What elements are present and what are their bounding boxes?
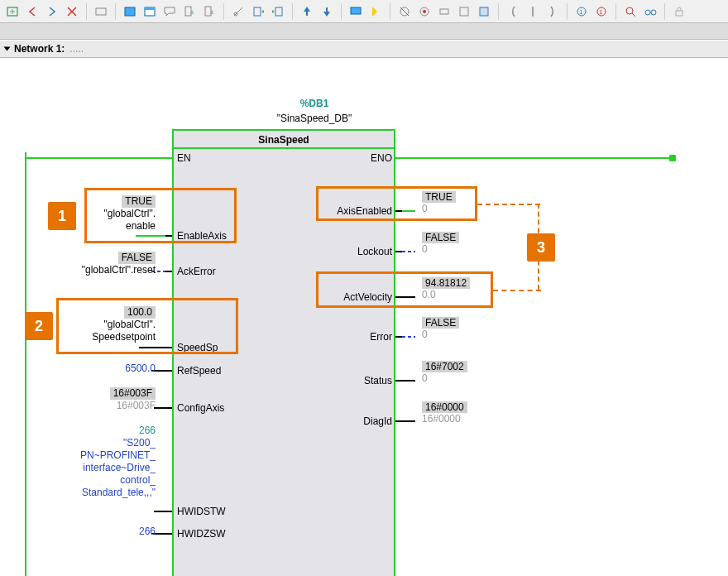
live-value: 100.0 bbox=[124, 306, 156, 319]
toolbar-btn-reset[interactable] bbox=[415, 2, 433, 21]
toolbar-btn-insert-network[interactable] bbox=[3, 2, 22, 21]
svg-line-30 bbox=[632, 13, 635, 17]
toolbar-btn-prev[interactable] bbox=[23, 2, 41, 21]
pin-stub bbox=[165, 370, 172, 372]
callout-number-1: 1 bbox=[48, 202, 76, 230]
toolbar-btn-set[interactable] bbox=[435, 2, 453, 21]
toolbar-btn-coil[interactable] bbox=[395, 2, 414, 21]
live-value: FALSE bbox=[422, 317, 459, 329]
toolbar-separator bbox=[292, 3, 293, 20]
toolbar-separator bbox=[86, 3, 87, 20]
toolbar-btn-undo[interactable] bbox=[249, 2, 267, 21]
val-diag-id[interactable]: 16#0000 16#0000 bbox=[422, 401, 467, 425]
val-ref-speed[interactable]: 6500.0 bbox=[91, 362, 156, 375]
pin-status: Status bbox=[359, 375, 392, 386]
collapse-triangle-icon[interactable] bbox=[4, 47, 11, 51]
toolbar-btn-find-next[interactable] bbox=[318, 2, 336, 21]
pin-config-axis: ConfigAxis bbox=[177, 402, 224, 414]
toolbar-btn-bracket-open[interactable] bbox=[504, 2, 522, 21]
wire-speed-sp bbox=[139, 347, 165, 348]
pin-stub bbox=[165, 407, 172, 409]
toolbar-separator bbox=[498, 3, 499, 20]
src-line1: "globalCtrl". bbox=[103, 208, 156, 219]
pin-hwidzsw: HWIDZSW bbox=[177, 528, 226, 540]
toolbar-btn-lock[interactable] bbox=[670, 2, 688, 21]
pin-stub bbox=[395, 251, 402, 252]
callout-number-3: 3 bbox=[527, 233, 555, 262]
blue-l1: "S200_ bbox=[123, 437, 156, 449]
blue-l2: PN~PROFINET_ bbox=[80, 449, 156, 461]
pin-error: Error bbox=[364, 331, 392, 343]
live-value: FALSE bbox=[422, 232, 459, 243]
val-error[interactable]: FALSE 0 bbox=[422, 317, 459, 340]
wire-diag-id bbox=[402, 420, 415, 422]
toolbar-btn-bookmark-add[interactable]: ± bbox=[180, 2, 199, 21]
toolbar-btn-view[interactable] bbox=[141, 2, 159, 21]
toolbar-btn-find-prev[interactable] bbox=[298, 2, 316, 21]
pin-en: EN bbox=[177, 152, 191, 164]
src-blue: 6500.0 bbox=[125, 362, 156, 374]
val-status[interactable]: 16#7002 0 bbox=[422, 361, 467, 384]
toolbar-btn-db[interactable] bbox=[475, 2, 493, 21]
toolbar-btn-redo[interactable] bbox=[269, 2, 287, 21]
pin-stub bbox=[395, 380, 402, 382]
wire-error bbox=[402, 336, 415, 338]
toolbar-btn-compare[interactable] bbox=[455, 2, 473, 21]
toolbar-btn-bookmark-next[interactable]: ± bbox=[200, 2, 218, 21]
gray-value: 16#003F bbox=[117, 400, 156, 411]
toolbar-btn-delete[interactable] bbox=[63, 2, 81, 21]
val-ack-error[interactable]: FALSE "globalCtrl".reset bbox=[33, 252, 156, 276]
live-value: TRUE bbox=[122, 195, 156, 208]
toolbar-separator bbox=[567, 3, 568, 20]
wire-axis-enabled bbox=[402, 210, 415, 212]
toolbar-btn-bracket-close[interactable] bbox=[544, 2, 562, 21]
svg-rect-15 bbox=[351, 7, 361, 14]
svg-marker-16 bbox=[372, 7, 377, 17]
toolbar-btn-next[interactable] bbox=[43, 2, 61, 21]
toolbar-separator bbox=[664, 3, 665, 20]
val-hwidstw[interactable]: 266 "S200_ PN~PROFINET_ interface~Drive_… bbox=[50, 425, 156, 499]
toolbar-btn-goto[interactable] bbox=[366, 2, 385, 21]
callout-connector-3h1 bbox=[477, 204, 540, 205]
pin-ref-speed: RefSpeed bbox=[177, 365, 221, 377]
val-lockout[interactable]: FALSE 0 bbox=[422, 232, 459, 255]
svg-text:1: 1 bbox=[579, 8, 583, 16]
network-header[interactable]: Network 1: ..... bbox=[0, 40, 728, 58]
toolbar-separator bbox=[390, 3, 390, 20]
val-hwidzsw[interactable]: 266 bbox=[116, 526, 156, 538]
toolbar-btn-cut[interactable] bbox=[229, 2, 247, 21]
svg-rect-22 bbox=[460, 7, 468, 16]
ladder-canvas: %DB1 "SinaSpeed_DB" SinaSpeed EN ENO Ena… bbox=[0, 58, 728, 576]
toolbar-btn-tag-reset[interactable]: 1 bbox=[592, 2, 611, 21]
wire-en-in bbox=[25, 157, 172, 159]
val-act-velocity[interactable]: 94.81812 0.0 bbox=[422, 277, 470, 300]
callout-connector-3h2 bbox=[493, 290, 541, 291]
svg-rect-14 bbox=[275, 7, 282, 16]
toolbar-btn-glasses[interactable] bbox=[641, 2, 659, 21]
val-config-axis[interactable]: 16#003F 16#003F bbox=[83, 387, 156, 412]
toolbar-btn-comment[interactable] bbox=[160, 2, 179, 21]
svg-text:1: 1 bbox=[599, 8, 603, 16]
toolbar-btn-search[interactable] bbox=[621, 2, 639, 21]
pin-stub bbox=[395, 336, 402, 338]
pin-enable-axis: EnableAxis bbox=[177, 230, 227, 242]
toolbar-btn-table[interactable] bbox=[121, 2, 139, 21]
val-axis-enabled[interactable]: TRUE 0 bbox=[422, 191, 456, 214]
pin-eno: ENO bbox=[371, 152, 392, 164]
toolbar-btn-bracket-mid[interactable] bbox=[524, 2, 542, 21]
val-speed-sp[interactable]: 100.0 "globalCtrl". Speedsetpoint bbox=[50, 306, 156, 343]
fb-title: SinaSpeed bbox=[174, 131, 394, 149]
pin-stub bbox=[165, 271, 172, 272]
toolbar-btn-tag-set[interactable]: 1 bbox=[572, 2, 591, 21]
blue-l3: interface~Drive_ bbox=[83, 462, 156, 473]
pin-speed-sp: SpeedSp bbox=[177, 342, 218, 353]
toolbar-btn-monitor[interactable] bbox=[347, 2, 365, 21]
toolbar-btn-toggle[interactable] bbox=[92, 2, 110, 21]
gray-value: 0 bbox=[422, 372, 428, 384]
pin-axis-enabled: AxisEnabled bbox=[331, 205, 392, 217]
pin-stub bbox=[165, 511, 172, 512]
live-value: FALSE bbox=[118, 252, 156, 264]
gray-value: 0.0 bbox=[422, 289, 436, 300]
wire-status bbox=[402, 380, 415, 382]
src-blue: 266 bbox=[139, 526, 156, 537]
